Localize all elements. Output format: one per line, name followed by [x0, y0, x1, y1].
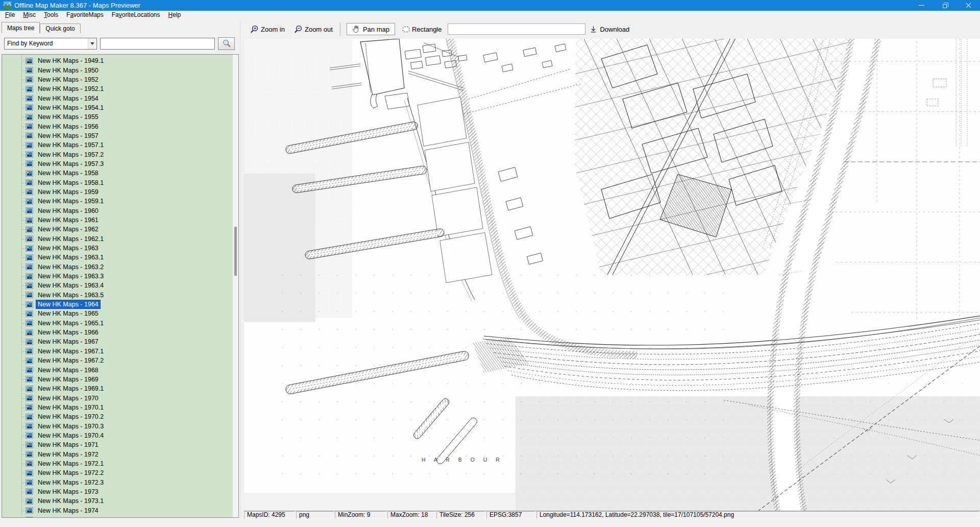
- map-viewport[interactable]: H A R B O U R: [244, 39, 980, 511]
- tree-item[interactable]: New HK Maps - 1974.1: [2, 515, 232, 517]
- tree-item[interactable]: New HK Maps - 1958: [2, 169, 232, 178]
- tree-item[interactable]: New HK Maps - 1952: [2, 75, 232, 84]
- tree-item[interactable]: New HK Maps - 1963.4: [2, 281, 232, 290]
- tree-item[interactable]: New HK Maps - 1970.1: [2, 403, 232, 412]
- tree-item[interactable]: New HK Maps - 1964: [2, 300, 232, 309]
- search-input[interactable]: [100, 38, 215, 50]
- tree-item[interactable]: New HK Maps - 1970.2: [2, 412, 232, 421]
- restore-button[interactable]: [933, 0, 957, 11]
- tree-item[interactable]: New HK Maps - 1950: [2, 65, 232, 75]
- tree-item[interactable]: New HK Maps - 1965: [2, 309, 232, 318]
- tree-item[interactable]: New HK Maps - 1967: [2, 337, 232, 346]
- tree-item[interactable]: New HK Maps - 1967.1: [2, 347, 232, 356]
- window-title: Offline Map Maker 8.367 - Maps Previewer: [14, 2, 140, 9]
- tree-item[interactable]: New HK Maps - 1971: [2, 440, 232, 449]
- map-image-icon: [26, 507, 33, 514]
- tree-item[interactable]: New HK Maps - 1958.1: [2, 178, 232, 187]
- maps-tree[interactable]: New HK Maps - 1949.1New HK Maps - 1950Ne…: [2, 55, 232, 517]
- tree-item[interactable]: New HK Maps - 1955: [2, 112, 232, 122]
- tree-item[interactable]: New HK Maps - 1956: [2, 122, 232, 131]
- tree-item-label: New HK Maps - 1959.1: [36, 197, 106, 206]
- minimize-button[interactable]: [910, 0, 933, 11]
- tree-item[interactable]: New HK Maps - 1970.4: [2, 431, 232, 440]
- map-image-icon: [26, 123, 33, 130]
- tree-item[interactable]: New HK Maps - 1954.1: [2, 103, 232, 112]
- tree-item[interactable]: New HK Maps - 1959.1: [2, 197, 232, 206]
- menu-item-file[interactable]: File: [1, 11, 19, 19]
- tree-item[interactable]: New HK Maps - 1957.3: [2, 159, 232, 169]
- tree-item[interactable]: New HK Maps - 1954: [2, 93, 232, 103]
- map-image-icon: [26, 273, 33, 280]
- tree-item[interactable]: New HK Maps - 1962.1: [2, 234, 232, 244]
- tree-item[interactable]: New HK Maps - 1957.1: [2, 140, 232, 150]
- tree-item[interactable]: New HK Maps - 1973: [2, 487, 232, 496]
- chevron-down-icon[interactable]: [88, 38, 96, 49]
- menu-item-help[interactable]: Help: [164, 11, 185, 19]
- map-preview[interactable]: H A R B O U R: [244, 39, 980, 511]
- tree-item[interactable]: New HK Maps - 1969: [2, 375, 232, 384]
- menu-item-tools[interactable]: Tools: [40, 11, 62, 19]
- rectangle-button[interactable]: Rectangle: [403, 26, 442, 33]
- tree-item[interactable]: New HK Maps - 1961: [2, 215, 232, 225]
- tab-quick-goto[interactable]: Quick goto: [40, 23, 80, 33]
- tree-item-label: New HK Maps - 1971: [36, 440, 101, 449]
- tree-item[interactable]: New HK Maps - 1949.1: [2, 56, 232, 65]
- title-bar: Offline Map Maker 8.367 - Maps Previewer: [0, 0, 980, 11]
- tree-item-label: New HK Maps - 1963.5: [36, 291, 106, 300]
- tree-item[interactable]: New HK Maps - 1960: [2, 206, 232, 215]
- map-image-icon: [26, 235, 33, 242]
- tree-item[interactable]: New HK Maps - 1974: [2, 506, 232, 515]
- tree-item[interactable]: New HK Maps - 1959: [2, 187, 232, 197]
- tree-item-label: New HK Maps - 1957: [36, 131, 101, 140]
- tree-item[interactable]: New HK Maps - 1957.2: [2, 150, 232, 159]
- tree-item-label: New HK Maps - 1963.1: [36, 253, 106, 262]
- tree-item[interactable]: New HK Maps - 1972.1: [2, 459, 232, 468]
- tree-item[interactable]: New HK Maps - 1966: [2, 328, 232, 337]
- panel-splitter[interactable]: [240, 19, 244, 519]
- download-button[interactable]: Download: [590, 26, 629, 33]
- tree-scrollbar[interactable]: [232, 55, 238, 517]
- tree-item[interactable]: New HK Maps - 1972.2: [2, 468, 232, 477]
- tree-item[interactable]: New HK Maps - 1952.1: [2, 84, 232, 93]
- tab-maps-tree[interactable]: Maps tree: [2, 22, 40, 33]
- map-image-icon: [26, 357, 33, 364]
- tree-item[interactable]: New HK Maps - 1963.3: [2, 272, 232, 281]
- tree-item[interactable]: New HK Maps - 1972.3: [2, 477, 232, 487]
- map-image-icon: [26, 301, 33, 308]
- tree-item[interactable]: New HK Maps - 1963.2: [2, 262, 232, 272]
- tree-item-label: New HK Maps - 1967: [36, 337, 101, 346]
- tree-item[interactable]: New HK Maps - 1963.5: [2, 291, 232, 300]
- tree-item[interactable]: New HK Maps - 1968: [2, 365, 232, 374]
- tree-scrollbar-thumb[interactable]: [234, 227, 237, 276]
- search-button[interactable]: [218, 37, 235, 50]
- map-image-icon: [26, 207, 33, 214]
- tree-item[interactable]: New HK Maps - 1963: [2, 244, 232, 253]
- tree-item[interactable]: New HK Maps - 1973.1: [2, 496, 232, 506]
- menu-item-favoritelocations[interactable]: FavoriteLocations: [108, 11, 164, 19]
- tree-item[interactable]: New HK Maps - 1965.1: [2, 319, 232, 328]
- map-image-icon: [26, 198, 33, 205]
- status-bar: MapsID: 4295pngMinZoom: 9MaxZoom: 18Tile…: [244, 511, 980, 519]
- zoom-out-button[interactable]: Zoom out: [294, 25, 333, 34]
- zoom-in-button[interactable]: Zoom in: [250, 25, 285, 34]
- menu-item-misc[interactable]: Misc: [19, 11, 40, 19]
- map-image-icon: [26, 460, 33, 467]
- tree-item-label: New HK Maps - 1970.1: [36, 403, 106, 412]
- tree-item[interactable]: New HK Maps - 1957: [2, 131, 232, 140]
- tree-item[interactable]: New HK Maps - 1967.2: [2, 356, 232, 365]
- tree-item-label: New HK Maps - 1950: [36, 66, 101, 75]
- tree-item[interactable]: New HK Maps - 1963.1: [2, 253, 232, 262]
- tree-item[interactable]: New HK Maps - 1970.3: [2, 421, 232, 430]
- tree-item[interactable]: New HK Maps - 1969.1: [2, 384, 232, 393]
- menu-item-favoritemaps[interactable]: FavoriteMaps: [62, 11, 108, 19]
- close-button[interactable]: [957, 0, 980, 11]
- map-image-icon: [26, 451, 33, 458]
- tree-item[interactable]: New HK Maps - 1972: [2, 449, 232, 459]
- coordinates-input[interactable]: [448, 23, 585, 35]
- tree-item-label: New HK Maps - 1961: [36, 215, 101, 225]
- tree-item-label: New HK Maps - 1957.1: [36, 140, 106, 150]
- search-filter-select[interactable]: Find by Keyword: [4, 38, 97, 50]
- tree-item[interactable]: New HK Maps - 1962: [2, 225, 232, 234]
- tree-item[interactable]: New HK Maps - 1970: [2, 393, 232, 402]
- pan-map-button[interactable]: Pan map: [347, 23, 395, 35]
